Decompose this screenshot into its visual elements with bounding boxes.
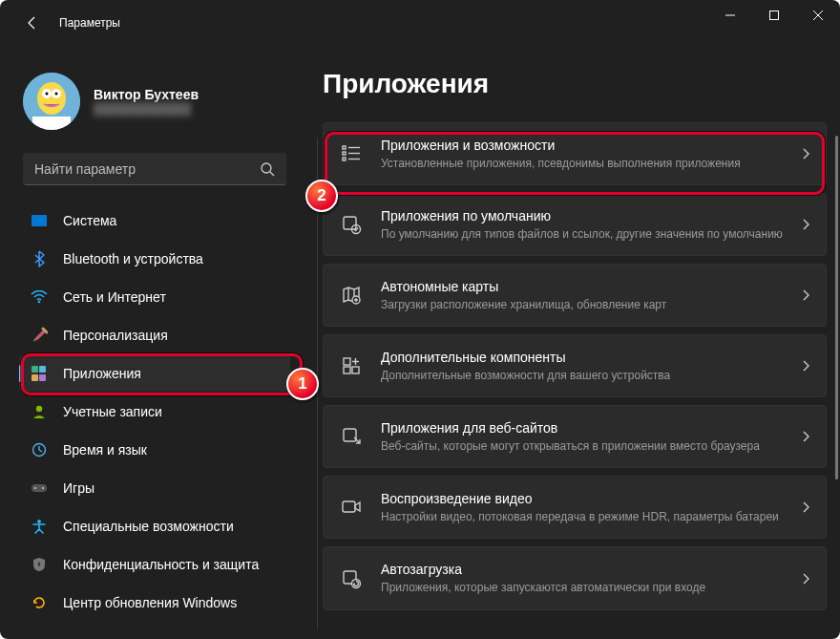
svg-rect-26: [344, 217, 356, 229]
svg-point-12: [36, 406, 42, 412]
website-app-icon: [339, 424, 364, 449]
chevron-right-icon: [801, 572, 810, 586]
callout-1: 1: [286, 368, 319, 400]
card-startup[interactable]: Автозагрузка Приложения, которые запуска…: [323, 546, 827, 609]
sidebar-item-system[interactable]: Система: [19, 202, 290, 239]
shield-icon: [31, 556, 48, 573]
apps-icon: [31, 365, 48, 382]
svg-rect-32: [344, 429, 356, 441]
sidebar-item-label: Персонализация: [63, 328, 168, 343]
card-subtitle: Настройки видео, потоковая передача в ре…: [381, 509, 784, 524]
card-subtitle: По умолчанию для типов файлов и ссылок, …: [381, 226, 784, 242]
svg-point-9: [262, 163, 271, 173]
card-offline-maps[interactable]: Автономные карты Загрузки расположение х…: [323, 264, 827, 327]
globe-clock-icon: [31, 441, 48, 458]
sidebar-item-update[interactable]: Центр обновления Windows: [19, 585, 290, 621]
settings-window: Параметры: [0, 0, 840, 639]
sidebar-item-label: Специальные возможности: [63, 519, 234, 534]
svg-rect-31: [352, 367, 359, 373]
accessibility-icon: [31, 518, 48, 535]
sidebar-item-personalization[interactable]: Персонализация: [19, 317, 290, 353]
sidebar: Виктор Бухтеев ████████████ Система Blue…: [0, 46, 302, 639]
sidebar-item-apps[interactable]: Приложения: [19, 355, 290, 392]
svg-rect-21: [343, 152, 346, 155]
svg-rect-19: [38, 564, 39, 566]
card-default-apps[interactable]: Приложения по умолчанию По умолчанию для…: [323, 193, 827, 256]
arrow-left-icon: [25, 15, 40, 31]
bluetooth-icon: [31, 250, 48, 267]
maximize-icon: [769, 11, 779, 20]
nav-list: Система Bluetooth и устройства Сеть и Ин…: [19, 202, 290, 621]
sidebar-item-accounts[interactable]: Учетные записи: [19, 394, 290, 430]
close-button[interactable]: [796, 0, 840, 31]
person-icon: [31, 403, 48, 420]
page-title: Приложения: [323, 69, 827, 99]
profile-block[interactable]: Виктор Бухтеев ████████████: [23, 73, 290, 130]
svg-point-17: [37, 520, 41, 523]
update-icon: [31, 594, 48, 611]
video-icon: [339, 495, 364, 520]
sidebar-item-network[interactable]: Сеть и Интернет: [19, 279, 290, 315]
maximize-button[interactable]: [752, 0, 796, 31]
card-title: Автозагрузка: [381, 561, 784, 579]
card-subtitle: Загрузки расположение хранилища, обновле…: [381, 297, 784, 312]
chevron-right-icon: [801, 147, 810, 160]
system-icon: [31, 212, 48, 229]
callout-2: 2: [305, 180, 338, 212]
card-subtitle: Дополнительные возможности для вашего ус…: [381, 368, 784, 383]
list-icon: [339, 141, 364, 166]
search-input[interactable]: [34, 161, 260, 177]
search-box[interactable]: [23, 153, 286, 185]
card-title: Приложения для веб-сайтов: [381, 419, 784, 437]
card-title: Автономные карты: [381, 278, 784, 296]
sidebar-item-label: Учетные записи: [63, 404, 162, 419]
sidebar-item-gaming[interactable]: Игры: [19, 470, 290, 506]
sidebar-item-time[interactable]: Время и язык: [19, 432, 290, 468]
chevron-right-icon: [801, 501, 810, 514]
card-title: Дополнительные компоненты: [381, 349, 784, 367]
sidebar-item-privacy[interactable]: Конфиденциальность и защита: [19, 546, 290, 583]
card-subtitle: Приложения, которые запускаются автомати…: [381, 580, 784, 595]
profile-name: Виктор Бухтеев: [94, 87, 199, 102]
grid-plus-icon: [339, 353, 364, 378]
default-apps-icon: [339, 212, 364, 237]
wifi-icon: [31, 288, 48, 306]
scrollbar[interactable]: [835, 136, 838, 479]
back-button[interactable]: [15, 6, 50, 40]
close-icon: [813, 11, 823, 20]
chevron-right-icon: [801, 359, 810, 373]
svg-point-16: [42, 487, 44, 489]
minimize-button[interactable]: [708, 0, 752, 31]
profile-email: ████████████: [94, 102, 199, 116]
card-video-playback[interactable]: Воспроизведение видео Настройки видео, п…: [323, 476, 827, 539]
sidebar-item-bluetooth[interactable]: Bluetooth и устройства: [19, 241, 290, 277]
card-title: Воспроизведение видео: [381, 490, 784, 508]
card-apps-features[interactable]: Приложения и возможности Установленные п…: [323, 122, 827, 185]
svg-point-11: [38, 301, 41, 304]
svg-rect-22: [343, 158, 346, 160]
avatar: [23, 73, 80, 130]
brush-icon: [31, 327, 48, 344]
sidebar-item-label: Приложения: [63, 366, 141, 381]
window-title: Параметры: [59, 16, 120, 30]
sidebar-item-label: Конфиденциальность и защита: [63, 557, 259, 572]
svg-point-6: [46, 93, 49, 96]
card-apps-for-websites[interactable]: Приложения для веб-сайтов Веб-сайты, кот…: [323, 405, 827, 468]
chevron-right-icon: [801, 430, 810, 443]
svg-rect-29: [344, 358, 350, 365]
chevron-right-icon: [801, 218, 810, 231]
map-icon: [339, 283, 364, 308]
window-controls: [708, 0, 840, 31]
gamepad-icon: [31, 479, 48, 497]
sidebar-item-accessibility[interactable]: Специальные возможности: [19, 508, 290, 544]
chevron-right-icon: [801, 288, 810, 302]
startup-icon: [339, 566, 364, 591]
card-optional-features[interactable]: Дополнительные компоненты Дополнительные…: [323, 334, 827, 397]
svg-rect-20: [343, 146, 346, 149]
sidebar-item-label: Центр обновления Windows: [63, 595, 237, 610]
card-title: Приложения по умолчанию: [381, 207, 784, 225]
sidebar-item-label: Время и язык: [63, 442, 147, 458]
svg-line-10: [270, 172, 274, 176]
sidebar-item-label: Сеть и Интернет: [63, 289, 166, 305]
svg-point-7: [55, 93, 58, 96]
